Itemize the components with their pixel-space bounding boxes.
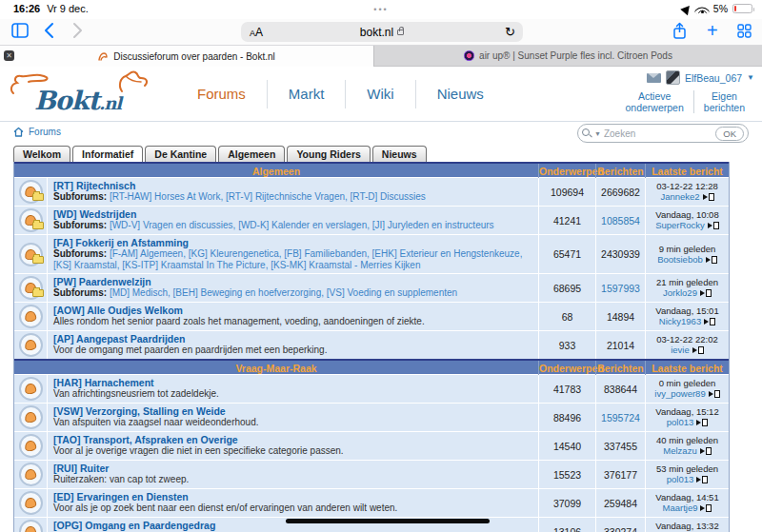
breadcrumb[interactable]: Forums <box>13 127 61 137</box>
nav-item-forums[interactable]: Forums <box>176 86 267 102</box>
last-post-icon[interactable] <box>696 419 708 426</box>
user-link-eigen[interactable]: Eigen berichten <box>693 90 754 113</box>
last-post-user-link[interactable]: ievie <box>671 345 690 355</box>
section-title[interactable]: Vraag-Maar-Raak <box>14 362 538 375</box>
nav-item-nieuws[interactable]: Nieuws <box>416 86 505 102</box>
chevron-down-icon[interactable]: ▼ <box>747 73 754 82</box>
sidebar-toggle-icon[interactable] <box>11 23 29 38</box>
forum-title-link[interactable]: [TAO] Transport, Afspraken en Overige <box>53 434 532 445</box>
home-indicator[interactable] <box>286 519 490 523</box>
posts-count: 259484 <box>595 489 645 517</box>
forum-tab-nieuws[interactable]: Nieuws <box>372 146 427 162</box>
last-post-user-link[interactable]: Bootsiebob <box>657 255 703 265</box>
forum-title-link[interactable]: [ED] Ervaringen en Diensten <box>53 491 532 502</box>
user-menu[interactable]: ElfBeau_067 ▼ <box>616 70 755 85</box>
new-tab-icon[interactable]: + <box>707 23 718 38</box>
forum-status-icon <box>19 491 43 515</box>
last-post-user-link[interactable]: Jorklo29 <box>663 288 697 298</box>
posts-count[interactable]: 1595724 <box>595 404 645 431</box>
section-title[interactable]: Algemeen <box>14 165 538 178</box>
last-post-icon[interactable] <box>706 256 717 264</box>
username[interactable]: ElfBeau_067 <box>685 72 742 84</box>
last-post-icon[interactable] <box>700 289 712 297</box>
last-post-icon[interactable] <box>703 193 714 201</box>
subforum-folder-icon <box>32 193 44 201</box>
forum-title-link[interactable]: [WD] Wedstrijden <box>53 208 532 220</box>
refresh-icon[interactable]: ↻ <box>505 25 515 39</box>
nav-item-wiki[interactable]: Wiki <box>346 86 414 102</box>
forum-title-link[interactable]: [HAR] Harnachement <box>53 377 532 388</box>
forum-title-link[interactable]: [RUI] Ruiter <box>53 463 532 474</box>
posts-count: 838644 <box>595 375 645 403</box>
browser-tab-active[interactable]: ✕ Discussieforum over paarden - Bokt.nl <box>0 46 373 67</box>
last-post-icon[interactable] <box>700 447 712 455</box>
forum-title-link[interactable]: [AOW] Alle Oudjes Welkom <box>53 305 532 316</box>
forum-detail[interactable]: [WD-V] Vragen en discussies, [WD-K] Kale… <box>110 220 494 230</box>
forum-tab-welkom[interactable]: Welkom <box>13 146 70 162</box>
last-post-user-link[interactable]: pol013 <box>667 418 694 427</box>
last-post-icon[interactable] <box>704 318 715 325</box>
column-header-onderwerpen: Onderwerpen <box>538 164 595 179</box>
last-post-user-link[interactable]: Janneke2 <box>660 192 699 202</box>
forum-row: [TAO] Transport, Afspraken en Overige Vo… <box>14 431 729 460</box>
last-post-user-link[interactable]: ivy_power89 <box>654 389 705 399</box>
last-post-user-link[interactable]: Maartje9 <box>663 503 698 513</box>
browser-tab-inactive[interactable]: air up® | Sunset Purple fles incl. Citro… <box>373 46 762 67</box>
forum-tab-de-kantine[interactable]: De Kantine <box>145 146 216 162</box>
forum-tab-algemeen[interactable]: Algemeen <box>218 146 285 162</box>
close-tab-icon[interactable]: ✕ <box>4 50 14 61</box>
search-scope-caret-icon[interactable]: ▼ <box>594 130 601 137</box>
posts-count[interactable]: 1085854 <box>595 207 645 234</box>
forum-tab-informatief[interactable]: Informatief <box>72 146 143 162</box>
forum-detail[interactable]: [RT-HAW] Horses At Work, [RT-V] Rijtechn… <box>110 191 426 202</box>
topics-count: 15523 <box>538 461 595 488</box>
forum-title-link[interactable]: [RT] Rijtechnisch <box>53 180 532 191</box>
tab-overview-icon[interactable] <box>737 24 752 38</box>
nav-item-markt[interactable]: Markt <box>268 86 346 102</box>
last-post-user-link[interactable]: Nicky1963 <box>659 317 701 326</box>
status-bar: 16:26 Vr 9 dec. ••• 5% <box>0 0 762 19</box>
main-nav: ForumsMarktWikiNieuws <box>176 67 505 121</box>
topics-count: 14540 <box>538 432 595 460</box>
last-post-user-link[interactable]: Melzazu <box>663 446 696 456</box>
browser-tab-bar: ✕ Discussieforum over paarden - Bokt.nl … <box>0 46 762 67</box>
last-post-icon[interactable] <box>696 476 708 483</box>
forum-title-link[interactable]: [AP] Aangepast Paardrijden <box>53 333 532 345</box>
last-post-time: 40 min geleden <box>656 436 718 445</box>
multitask-dots-icon[interactable]: ••• <box>0 5 762 14</box>
last-post-time: Vandaag, 15:12 <box>655 407 718 417</box>
forum-title-link[interactable]: [PW] Paardenwelzijn <box>53 276 532 287</box>
forum-status-icon <box>19 305 43 328</box>
location-arrow-icon <box>680 2 692 14</box>
forum-row: [AP] Aangepast Paardrijden Voor de omgan… <box>14 330 729 359</box>
forum-title-link[interactable]: [FA] Fokkerij en Afstamming <box>53 237 532 248</box>
user-link-actieve[interactable]: Actieve onderwerpen <box>616 90 693 113</box>
address-bar[interactable]: AA bokt.nl ↻ <box>241 22 523 42</box>
last-post-icon[interactable] <box>708 222 719 229</box>
search-input[interactable] <box>604 128 712 139</box>
last-post-icon[interactable] <box>709 390 720 398</box>
back-icon[interactable] <box>44 22 54 39</box>
messages-icon[interactable] <box>647 73 661 83</box>
breadcrumb-forums-link[interactable]: Forums <box>29 127 61 137</box>
avatar[interactable] <box>666 70 680 85</box>
forum-title-link[interactable]: [VSW] Verzorging, Stalling en Weide <box>53 405 532 417</box>
posts-count[interactable]: 1597993 <box>595 274 645 302</box>
column-header-berichten: Berichten <box>595 164 645 179</box>
forum-tab-young-riders[interactable]: Young Riders <box>287 146 370 162</box>
reader-options-button[interactable]: AA <box>250 26 263 39</box>
last-post-icon[interactable] <box>692 346 704 354</box>
last-post-user-link[interactable]: SuperRocky <box>655 221 705 230</box>
last-post-user-link[interactable]: pol013 <box>667 475 694 484</box>
forward-icon[interactable] <box>72 22 83 39</box>
search-icon[interactable] <box>582 128 592 138</box>
search-ok-button[interactable]: OK <box>715 127 744 141</box>
forum-section: Vraag-Maar-Raak Onderwerpen Berichten La… <box>14 359 729 532</box>
forum-detail[interactable]: [MD] Medisch, [BEH] Beweging en hoefverz… <box>110 287 457 298</box>
last-post-icon[interactable] <box>700 504 712 512</box>
bokt-logo[interactable]: Bokt.nl <box>8 69 170 120</box>
share-icon[interactable] <box>672 22 687 40</box>
forum-detail[interactable]: [F-AM] Algemeen, [KG] Kleurengenetica, [… <box>53 248 522 270</box>
last-post-time: 21 min geleden <box>656 278 718 287</box>
wifi-icon <box>696 4 709 13</box>
